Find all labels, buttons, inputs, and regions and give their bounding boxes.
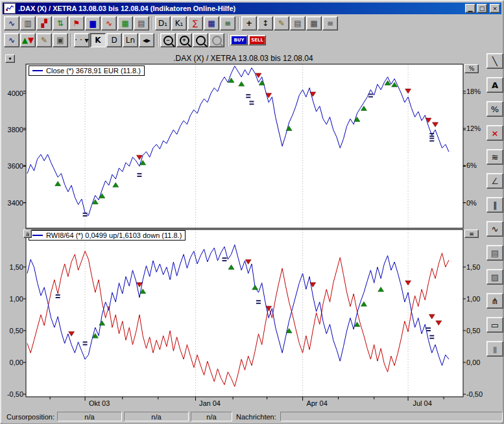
axis-label: Okt 03 [83,399,115,407]
window-title: .DAX (X) / XETRA 13.08.03 bis 12.08.04 (… [18,5,464,12]
axis-label: 0,50 [4,327,23,335]
text-tool[interactable]: A [486,77,503,93]
hatch-tool[interactable]: ▨ [486,269,503,285]
buy-button[interactable]: BUY [230,35,248,45]
drawing-toolbar: ╲A%×≋∠∥∿▤▨⋔▭▮ [485,53,504,365]
pencil-icon[interactable]: ✎ [36,33,52,47]
toolbar-separator [236,16,241,30]
axis-label: 3600 [4,162,23,170]
sell-button[interactable]: SELL [248,35,266,45]
toolbar-separator [69,33,74,47]
axis-label: 12% [466,124,483,132]
axis-label: 0% [466,199,483,207]
d1-button[interactable]: D₁ [155,16,171,30]
formula-icon[interactable]: ∑ [187,16,203,30]
candle-button[interactable]: K [90,33,106,47]
ln-button[interactable]: Ln [123,33,138,47]
axis-label: 3400 [4,199,23,207]
news-field [280,412,503,421]
chart-canvas[interactable]: ▾ .DAX (X) / XETRA 13.08.03 bis 12.08.04… [4,51,483,410]
chart-toolbar: ∿▲▼✎▣· · ▾KDLn◂▸−+BUYSELL [4,32,267,49]
line-tool[interactable]: ╲ [486,53,503,69]
zoom-out-button[interactable]: − [160,33,176,47]
daily-button[interactable]: D [106,33,122,47]
axis-label: 4000 [4,89,23,97]
compare-icon[interactable]: ▞ [36,16,52,30]
axis-label: 1,50 [4,263,23,271]
collapse-button[interactable]: ▾ [5,54,15,63]
signal-triangles-icon[interactable]: ▲▼ [20,33,36,47]
list-view-icon[interactable]: ≡ [322,16,338,30]
minimize-button[interactable]: ▁ [465,4,475,13]
channel-tool[interactable]: ∥ [486,197,503,213]
pane-a-button[interactable]: a [23,230,32,238]
hlines-tool[interactable]: ▤ [486,245,503,261]
app-window: .DAX (X) / XETRA 13.08.03 bis 12.08.04 (… [0,0,504,424]
axis-label: 3800 [4,126,23,134]
interval-button[interactable]: · · ▾ [74,33,90,47]
layout-icon[interactable]: ≡ [220,16,235,30]
properties-icon[interactable]: ▣ [53,33,68,47]
close-button[interactable]: × [490,4,500,13]
axis-label: 1,50 [466,263,485,271]
news-label: Nachrichten: [236,413,276,421]
axis-label: -0,50 [4,390,23,398]
rwi-legend-text: RWI8/64 (*) 0,0499 up/1,6103 down (11.8.… [46,231,182,239]
toolbar-separator [225,33,230,47]
rect-tool[interactable]: ▭ [486,317,503,333]
pane-menu-button[interactable]: ≡ [464,230,479,238]
axis-label: 1,00 [4,295,23,303]
cursor-value-field: n/a [191,412,232,421]
move-icon[interactable]: ↕ [258,16,273,30]
status-bar: Cursorposition: n/a n/a n/a Nachrichten: [3,411,501,423]
zoom-area-button[interactable] [193,33,208,47]
mini-chart-icon[interactable]: ∿ [4,33,19,47]
price-legend: Close (*) 3678,91 EUR (11.8.) [29,65,145,76]
delete-drawing-tool[interactable]: × [486,125,503,141]
quote-table-icon[interactable]: ▦ [306,16,322,30]
axis-label: Jul 04 [406,399,438,407]
transfer-icon[interactable]: ⇅ [53,16,68,30]
zoom-in-button[interactable]: + [176,33,192,47]
chart-title: .DAX (X) / XETRA 13.08.03 bis 12.08.04 [4,54,483,63]
close-series-color-chip [32,70,43,71]
flag-icon[interactable]: ⚑ [69,16,84,30]
gann-tool[interactable]: ∠ [486,173,503,189]
price-legend-text: Close (*) 3678,91 EUR (11.8.) [46,67,141,75]
app-icon [4,3,16,14]
cursor-y-field: n/a [124,412,189,421]
bar-chart-icon[interactable]: ▆ [85,16,101,30]
table-icon[interactable]: ▦ [117,16,133,30]
print-icon[interactable]: ▤ [134,16,149,30]
cursor-x-field: n/a [57,412,122,421]
axis-label: Jan 04 [193,399,226,407]
compress-button[interactable]: ◂▸ [139,33,154,47]
rwi-legend: RWI8/64 (*) 0,0499 up/1,6103 down (11.8.… [29,230,186,241]
percent-scale-button[interactable]: % [464,64,479,73]
axis-label: 6% [466,161,483,169]
draw-icon[interactable]: ✎ [274,16,289,30]
wave-tool[interactable]: ∿ [486,221,503,237]
crosshair-icon[interactable]: + [241,16,257,30]
copy-icon[interactable]: ▥ [20,16,36,30]
fibonacci-tool[interactable]: ≋ [486,149,503,165]
percent-tool[interactable]: % [486,101,503,117]
rwi-series-color-chip [32,235,43,236]
title-bar: .DAX (X) / XETRA 13.08.03 bis 12.08.04 (… [3,3,501,14]
line-chart-icon[interactable]: ∿ [101,16,117,30]
axis-label: Apr 04 [301,399,333,407]
axis-label: 0,00 [4,359,23,366]
pitchfork-tool[interactable]: ⋔ [486,293,503,309]
maximize-button[interactable]: □ [477,4,487,13]
notes-icon[interactable]: ▤ [290,16,306,30]
zoom-reset-button[interactable] [209,33,224,47]
axis-label: 1,00 [466,295,485,303]
k1-button[interactable]: K₁ [171,16,187,30]
grid-icon[interactable]: ▦ [204,16,219,30]
new-analysis-icon[interactable]: ∿ [4,16,19,30]
cursor-position-label: Cursorposition: [6,413,54,421]
filled-rect-tool[interactable]: ▮ [486,341,503,357]
axis-label: 0,00 [466,359,485,366]
toolbar-separator [155,33,160,47]
axis-label: -0,50 [466,390,485,398]
